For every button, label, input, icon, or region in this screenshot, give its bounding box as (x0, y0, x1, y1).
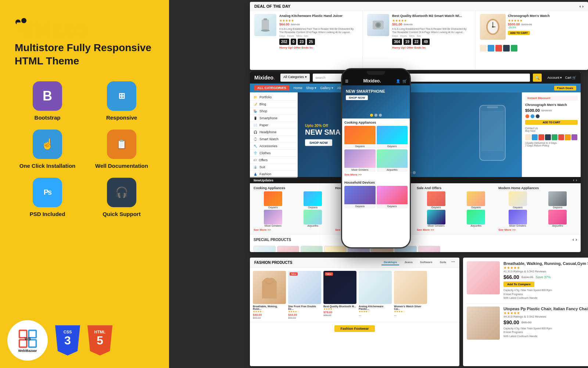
deal-desc: It Is A Long Established Fact That A Rea… (392, 27, 471, 34)
modern-cat-item[interactable]: Geysers (538, 191, 577, 209)
tab-software[interactable]: Software (418, 260, 435, 265)
thumb (538, 134, 544, 140)
deal-prev[interactable]: ‹ (580, 4, 581, 8)
special-product-img[interactable] (324, 246, 346, 252)
cooking-item: Airpurifirs (377, 149, 408, 172)
webi-svg-icon: WB (18, 329, 38, 349)
cooking-see-more[interactable]: See More >> (254, 228, 332, 231)
account-link[interactable]: Account ▾ (547, 76, 562, 79)
tagline-line1: Multistore Fully Responsive (15, 41, 154, 54)
product2-reviews: 44,313 Ratings & 3,542 Reviews (503, 315, 588, 318)
sidebar-item-smartwatch[interactable]: ⌚Smart Watch (250, 136, 297, 143)
sidebar-item-clothes[interactable]: 👕Clothes (250, 150, 297, 157)
sidebar-item-accessories[interactable]: 🔧Accessories (250, 143, 297, 150)
nav-shop[interactable]: Shop ▾ (306, 86, 317, 90)
thumb (480, 45, 487, 52)
modern-cat-item[interactable]: Mixer Grinders (498, 210, 537, 227)
tabs-nav[interactable]: ⋯ (451, 260, 455, 265)
cooking-section: Cooking Appliances Geysers Geysers Mixer… (342, 118, 410, 178)
hero-shop-btn[interactable]: SHOP NOW (305, 139, 332, 146)
modern-see-more[interactable]: See More >> (498, 228, 577, 231)
color-opt[interactable] (525, 114, 530, 118)
category-select[interactable]: All Categories ▾ (280, 74, 310, 82)
cooking-cat-item[interactable]: Mixer Grinders (254, 210, 293, 227)
special-product-img[interactable] (418, 246, 440, 252)
special-prev[interactable]: ‹ (573, 237, 574, 242)
contact-us[interactable]: Contact Us (525, 127, 578, 130)
fashion-old-price: $60.00 (253, 316, 286, 319)
color-opt[interactable] (530, 114, 535, 118)
deal-price: $64.00 (279, 22, 290, 26)
phone-shop-btn[interactable]: SHOP NOW (346, 95, 368, 100)
updates-prev[interactable]: ‹ (573, 178, 574, 182)
cart-link[interactable]: Cart 🛒 (565, 76, 576, 79)
sale-cat-item[interactable]: Airpurifirs (457, 210, 496, 227)
tab-jeans[interactable]: Jeans (402, 260, 415, 265)
feature-support: 🎧 Quick Support (89, 178, 154, 217)
deal-next[interactable]: › (582, 4, 584, 8)
cooking-cat-item[interactable]: Airpurifirs (294, 210, 333, 227)
sidebar-item-paper[interactable]: 📄Paper (250, 122, 297, 129)
add-to-compare-btn[interactable]: Add To Compare (503, 282, 534, 287)
sidebar-item-portfolio[interactable]: 📁Portfolio (250, 94, 297, 101)
deal-item: Best Quality Bluetooth M2 Smart Watch Wi… (363, 11, 476, 69)
deal-timer-label: Days Hours Mins Sec (279, 35, 358, 37)
fashion-footer: Fashion Footwear (250, 322, 459, 334)
modern-cat-item[interactable]: Airpurifirs (538, 210, 577, 227)
html-badge: HTML 5 (87, 325, 112, 355)
add-to-cart-btn[interactable]: ADD TO CART (508, 31, 530, 35)
product-stars: ★★★★★ (503, 266, 588, 270)
feature-bootstrap: B Bootstrap (15, 81, 80, 121)
cooking-label: Geysers (377, 144, 408, 148)
dot (413, 171, 416, 174)
sidebar-item-blog[interactable]: 📝Blog (250, 101, 297, 108)
sale-cat-item[interactable]: Geysers (457, 191, 496, 209)
product2-main-img (467, 307, 500, 340)
see-more-cooking[interactable]: See More >> (344, 173, 408, 176)
bootstrap-icon: B (33, 81, 62, 111)
special-product-img[interactable] (254, 246, 276, 252)
special-product-img[interactable] (277, 246, 299, 252)
nav-gallery[interactable]: Gallery ▾ (320, 86, 333, 90)
deal-product-name: Best Quality Bluetooth M2 Smart Watch Wi… (392, 14, 471, 18)
add-to-cart-button[interactable]: ADD TO CART (525, 120, 578, 125)
sidebar-item-fashion[interactable]: 👗Fashion (250, 171, 297, 178)
tab-desktops[interactable]: Desktops (381, 260, 399, 265)
product-thumbnails (480, 45, 584, 52)
sale-cat-item[interactable]: Mixer Grinders (417, 210, 456, 227)
buy-now[interactable]: Buy Now (525, 130, 578, 132)
nav-home[interactable]: Home (294, 86, 302, 90)
flash-deals[interactable]: Flash Deals (554, 86, 576, 91)
sidebar-item-headphone[interactable]: 🎧Headphone (250, 129, 297, 136)
special-next[interactable]: › (576, 237, 577, 242)
modern-cat-item[interactable]: Geysers (498, 191, 537, 209)
cooking-cat-item[interactable]: Geysers (254, 191, 293, 209)
sidebar-item-suit[interactable]: 👔Suit (250, 164, 297, 171)
special-product-img[interactable] (301, 246, 323, 252)
cooking-cat-item[interactable]: Geysers (294, 191, 333, 209)
css-badge: CSS 3 (55, 325, 80, 355)
all-categories-btn[interactable]: ALL CATEGORIES (254, 85, 289, 91)
sale-see-more[interactable]: See More >> (417, 228, 495, 231)
sidebar-item-offers[interactable]: 🏷Offers (250, 157, 297, 164)
site-search-bar: All Categories ▾ search 🔍 (280, 74, 542, 82)
cooking-grid: Geysers Geysers Mixer Grinders Airpurifi… (344, 126, 408, 172)
thumb (571, 134, 577, 140)
sidebar-item-smartphone[interactable]: 📱Smartphone (250, 115, 297, 122)
fashion-cta-btn[interactable]: Fashion Footwear (334, 325, 374, 332)
deal-original-price: $96.00 (404, 23, 413, 26)
fashion-product: New Star Front Free Double De... ★★★★☆ $… (288, 271, 321, 319)
feature-responsive: ⊞ Responsive (89, 81, 154, 121)
search-button[interactable]: 🔍 (533, 74, 542, 82)
updates-nav: ‹ › (573, 178, 577, 182)
returns-info: 7 Days Return Policy (525, 144, 578, 147)
updates-next[interactable]: › (576, 178, 577, 182)
dot (379, 114, 382, 117)
fashion-price: $44.00 (288, 313, 321, 316)
color-opt[interactable] (535, 114, 540, 118)
sale-cat-item[interactable]: Geysers (417, 191, 456, 209)
sidebar-item-shop[interactable]: 🏪Shop (250, 108, 297, 115)
tab-sofa[interactable]: Sofa (438, 260, 448, 265)
fashion-price: $40.00 (253, 313, 286, 316)
sale-items: Geysers Geysers Mixer Grinders Airp (417, 191, 495, 227)
